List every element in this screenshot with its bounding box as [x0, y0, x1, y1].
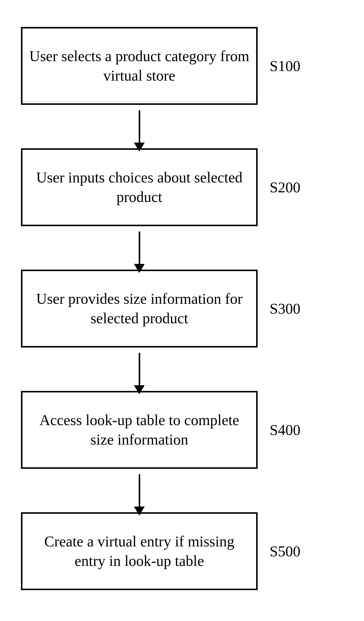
- arrow-down-icon: [139, 232, 140, 265]
- arrow-container: [21, 226, 258, 270]
- flowchart-step-box: User selects a product category from vir…: [21, 27, 258, 105]
- step-text: User inputs choices about selected produ…: [28, 168, 250, 207]
- flowchart-step-row: Access look-up table to complete size in…: [21, 391, 300, 469]
- step-label: S500: [270, 543, 300, 560]
- arrow-container: [21, 469, 258, 512]
- step-text: Create a virtual entry if missing entry …: [28, 532, 250, 571]
- flowchart-step-box: User inputs choices about selected produ…: [21, 148, 258, 226]
- flowchart-step-box: Access look-up table to complete size in…: [21, 391, 258, 469]
- flowchart-step-row: Create a virtual entry if missing entry …: [21, 512, 300, 590]
- flowchart-step-row: User selects a product category from vir…: [21, 27, 300, 105]
- arrow-down-icon: [139, 110, 140, 143]
- arrow-down-icon: [139, 353, 140, 386]
- flowchart-step-row: User provides size information for selec…: [21, 270, 300, 347]
- flowchart-step-box: Create a virtual entry if missing entry …: [21, 512, 258, 590]
- step-label: S300: [270, 300, 300, 317]
- step-text: User provides size information for selec…: [28, 289, 250, 328]
- step-label: S200: [270, 179, 300, 196]
- flowchart-step-box: User provides size information for selec…: [21, 270, 258, 347]
- flowchart-container: User selects a product category from vir…: [21, 27, 343, 590]
- flowchart-step-row: User inputs choices about selected produ…: [21, 148, 300, 226]
- step-text: Access look-up table to complete size in…: [28, 410, 250, 449]
- arrow-container: [21, 347, 258, 391]
- arrow-container: [21, 105, 258, 148]
- step-text: User selects a product category from vir…: [28, 46, 250, 85]
- step-label: S100: [270, 57, 300, 75]
- step-label: S400: [270, 421, 300, 439]
- arrow-down-icon: [139, 474, 140, 507]
